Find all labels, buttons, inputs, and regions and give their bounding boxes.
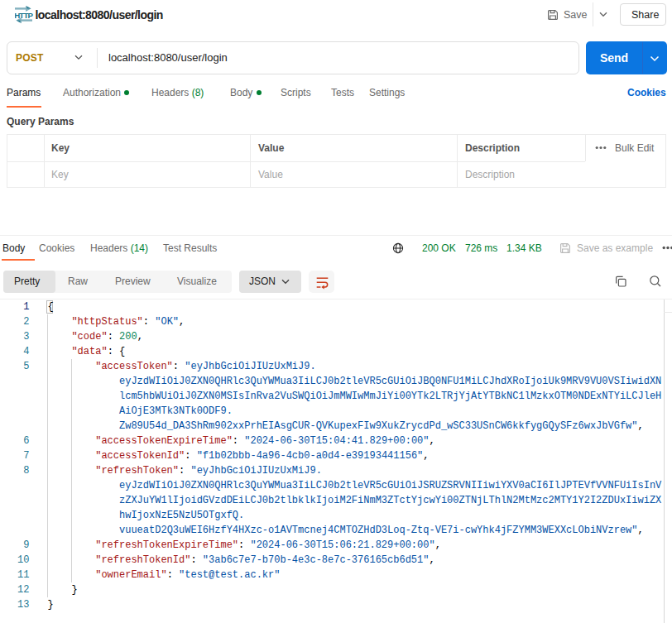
svg-text:HTTP: HTTP xyxy=(15,11,33,20)
